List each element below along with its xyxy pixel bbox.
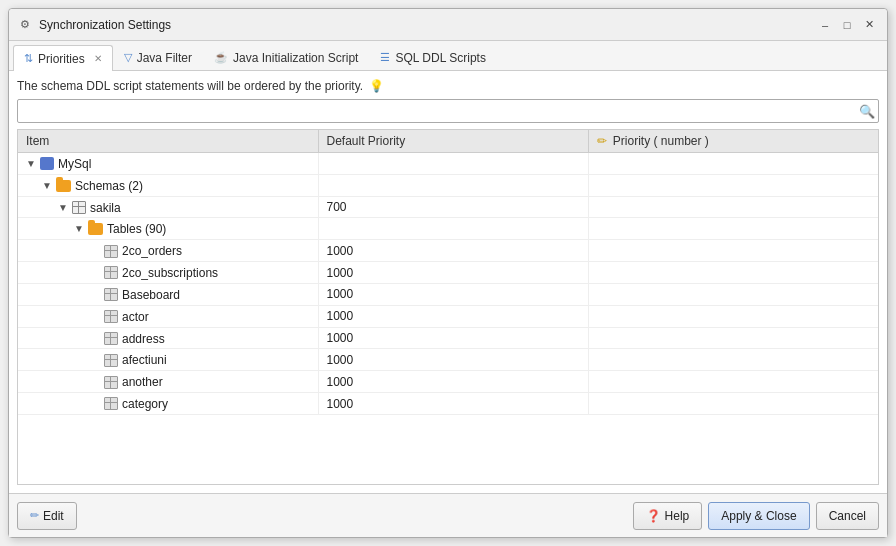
default-priority-cell: 1000 xyxy=(318,349,588,371)
tree-table[interactable]: Item Default Priority ✏ Priority ( numbe… xyxy=(17,129,879,485)
help-icon: ❓ xyxy=(646,509,661,523)
apply-close-button[interactable]: Apply & Close xyxy=(708,502,809,530)
table-row[interactable]: address1000 xyxy=(18,327,878,349)
tree-node-label: afectiuni xyxy=(122,353,167,367)
table-icon xyxy=(104,310,118,323)
expand-arrow[interactable]: ▼ xyxy=(26,158,40,169)
info-text: The schema DDL script statements will be… xyxy=(17,79,363,93)
default-priority-cell: 1000 xyxy=(318,283,588,305)
priority-cell xyxy=(588,174,878,196)
window-title: Synchronization Settings xyxy=(39,18,171,32)
title-bar-left: ⚙ Synchronization Settings xyxy=(17,17,171,33)
tree-node-label: Baseboard xyxy=(122,288,180,302)
cancel-label: Cancel xyxy=(829,509,866,523)
priority-cell xyxy=(588,393,878,415)
tab-priorities[interactable]: ⇅ Priorities ✕ xyxy=(13,45,113,71)
table-icon xyxy=(104,354,118,367)
footer-right: ❓ Help Apply & Close Cancel xyxy=(633,502,879,530)
edit-button-label: Edit xyxy=(43,509,64,523)
tab-priorities-label: Priorities xyxy=(38,52,85,66)
table-row[interactable]: another1000 xyxy=(18,371,878,393)
table-row[interactable]: ▼sakila700 xyxy=(18,196,878,218)
table-row[interactable]: ▼Schemas (2) xyxy=(18,174,878,196)
search-input[interactable] xyxy=(17,99,879,123)
minimize-button[interactable]: – xyxy=(815,16,835,34)
folder-icon xyxy=(56,180,71,192)
tree-node-label: sakila xyxy=(90,200,121,214)
col-header-priority: ✏ Priority ( number ) xyxy=(588,130,878,153)
table-icon xyxy=(104,332,118,345)
tab-java-filter-label: Java Filter xyxy=(137,51,192,65)
tab-java-filter[interactable]: ▽ Java Filter xyxy=(113,44,203,70)
default-priority-cell xyxy=(318,174,588,196)
tabs-bar: ⇅ Priorities ✕ ▽ Java Filter ☕ Java Init… xyxy=(9,41,887,71)
default-priority-cell: 1000 xyxy=(318,371,588,393)
sql-ddl-tab-icon: ☰ xyxy=(380,51,390,64)
priority-cell xyxy=(588,196,878,218)
table-icon xyxy=(104,266,118,279)
tree-node-label: Schemas (2) xyxy=(75,179,143,193)
help-button-label: Help xyxy=(665,509,690,523)
java-filter-tab-icon: ▽ xyxy=(124,51,132,64)
info-bar: The schema DDL script statements will be… xyxy=(17,79,879,93)
java-init-tab-icon: ☕ xyxy=(214,51,228,64)
tab-java-init-label: Java Initialization Script xyxy=(233,51,358,65)
table-row[interactable]: category1000 xyxy=(18,393,878,415)
content-area: The schema DDL script statements will be… xyxy=(9,71,887,493)
expand-arrow[interactable]: ▼ xyxy=(74,223,88,234)
table-icon xyxy=(104,397,118,410)
table-header-row: Item Default Priority ✏ Priority ( numbe… xyxy=(18,130,878,153)
search-icon[interactable]: 🔍 xyxy=(859,104,875,119)
col-header-item: Item xyxy=(18,130,318,153)
table-row[interactable]: ▼Tables (90) xyxy=(18,218,878,240)
table-icon xyxy=(104,288,118,301)
priority-cell xyxy=(588,218,878,240)
default-priority-cell: 700 xyxy=(318,196,588,218)
priority-cell xyxy=(588,240,878,262)
table-row[interactable]: ▼MySql xyxy=(18,153,878,175)
tab-sql-ddl[interactable]: ☰ SQL DDL Scripts xyxy=(369,44,496,70)
expand-arrow[interactable]: ▼ xyxy=(42,180,56,191)
table-row[interactable]: actor1000 xyxy=(18,305,878,327)
window-icon: ⚙ xyxy=(17,17,33,33)
priority-cell xyxy=(588,262,878,284)
edit-pencil-icon: ✏ xyxy=(597,134,607,148)
tab-java-init[interactable]: ☕ Java Initialization Script xyxy=(203,44,369,70)
schema-icon xyxy=(72,201,86,214)
edit-icon: ✏ xyxy=(30,509,39,522)
default-priority-cell xyxy=(318,153,588,175)
priority-cell xyxy=(588,153,878,175)
folder-icon xyxy=(88,223,103,235)
tree-node-label: Tables (90) xyxy=(107,222,166,236)
close-button[interactable]: ✕ xyxy=(859,16,879,34)
tab-priorities-close[interactable]: ✕ xyxy=(94,53,102,64)
help-button[interactable]: ❓ Help xyxy=(633,502,703,530)
expand-arrow[interactable]: ▼ xyxy=(58,202,72,213)
priorities-tab-icon: ⇅ xyxy=(24,52,33,65)
title-bar: ⚙ Synchronization Settings – □ ✕ xyxy=(9,9,887,41)
table-row[interactable]: 2co_orders1000 xyxy=(18,240,878,262)
edit-button[interactable]: ✏ Edit xyxy=(17,502,77,530)
priority-cell xyxy=(588,327,878,349)
priority-cell xyxy=(588,305,878,327)
footer: ✏ Edit ❓ Help Apply & Close Cancel xyxy=(9,493,887,537)
table-icon xyxy=(104,376,118,389)
table-icon xyxy=(104,245,118,258)
priority-cell xyxy=(588,371,878,393)
window-controls: – □ ✕ xyxy=(815,16,879,34)
default-priority-cell: 1000 xyxy=(318,305,588,327)
default-priority-cell xyxy=(318,218,588,240)
table-row[interactable]: Baseboard1000 xyxy=(18,283,878,305)
col-header-default-priority: Default Priority xyxy=(318,130,588,153)
tab-sql-ddl-label: SQL DDL Scripts xyxy=(395,51,485,65)
cancel-button[interactable]: Cancel xyxy=(816,502,879,530)
apply-close-label: Apply & Close xyxy=(721,509,796,523)
priority-cell xyxy=(588,349,878,371)
footer-left: ✏ Edit xyxy=(17,502,77,530)
default-priority-cell: 1000 xyxy=(318,393,588,415)
tree-node-label: another xyxy=(122,375,163,389)
table-row[interactable]: 2co_subscriptions1000 xyxy=(18,262,878,284)
table-row[interactable]: afectiuni1000 xyxy=(18,349,878,371)
tree-node-label: 2co_subscriptions xyxy=(122,266,218,280)
maximize-button[interactable]: □ xyxy=(837,16,857,34)
